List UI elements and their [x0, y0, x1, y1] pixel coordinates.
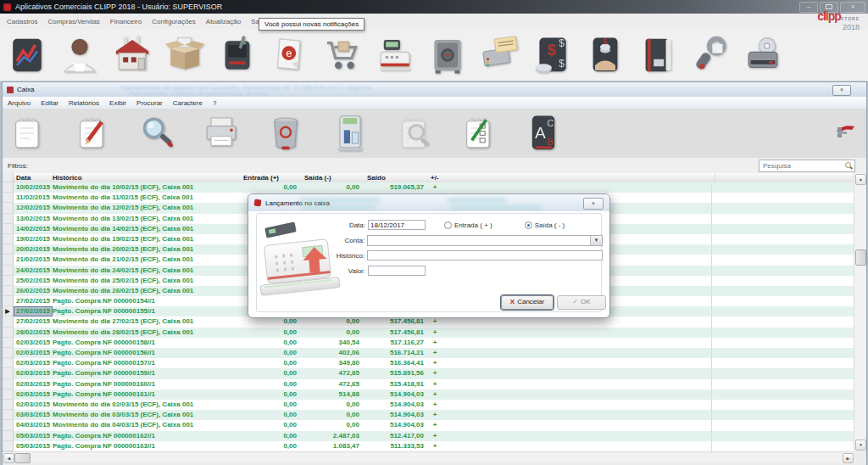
cell-historico[interactable]: Pagto. Compra NF 000000155//1	[53, 306, 239, 317]
cell-historico[interactable]: Movimento do dia 14/02/15 (ECF), Caixa 0…	[53, 224, 239, 234]
cell-saldo[interactable]: 514.904,03	[363, 410, 427, 420]
cell-saida[interactable]: 472,85	[300, 368, 363, 378]
cell-saldo[interactable]: 515.418,91	[363, 379, 427, 389]
table-row[interactable]: 27/02/2015Movimento do dia 27/02/15 (ECF…	[3, 317, 854, 327]
scroll-left-button[interactable]: ◀	[3, 453, 14, 463]
cell-entrada[interactable]: 0,00	[239, 368, 300, 378]
cell-data[interactable]: 27/02/2015	[14, 306, 53, 317]
view-record-icon[interactable]	[136, 113, 177, 154]
cell-historico[interactable]: Movimento do dia 28/02/15 (ECF), Caixa 0…	[53, 328, 239, 338]
cell-filler[interactable]	[712, 276, 854, 286]
caixa-menu-item-caractere[interactable]: Caractere	[168, 99, 208, 107]
table-row[interactable]: 10/02/2015Movimento do dia 10/02/15 (ECF…	[3, 182, 854, 193]
entrada-radio[interactable]: Entrada ( + )	[444, 221, 492, 229]
cell-data[interactable]: 13/02/2015	[14, 214, 53, 224]
cell-historico[interactable]: Movimento do dia 03/03/15 (ECF), Caixa 0…	[53, 410, 239, 420]
cell-filler[interactable]	[712, 203, 854, 213]
row-selector-cell[interactable]	[3, 286, 14, 296]
cell-filler[interactable]	[712, 317, 854, 327]
nfe-document-icon[interactable]: e	[270, 35, 310, 76]
cell-historico[interactable]: Movimento do dia 24/02/15 (ECF), Caixa 0…	[53, 266, 239, 276]
caixa-menu-item-relatrios[interactable]: Relatórios	[64, 99, 104, 107]
cell-historico[interactable]: Movimento do dia 27/02/15 (ECF), Caixa 0…	[53, 317, 239, 327]
table-row[interactable]: 05/03/2015Pagto. Compra NF 000000163//10…	[3, 441, 854, 451]
saida-radio[interactable]: Saída ( - )	[525, 221, 565, 229]
vertical-scroll-thumb[interactable]	[855, 249, 866, 266]
column-header-saida[interactable]: Saída (-)	[300, 173, 363, 182]
cell-saldo[interactable]: 516.364,41	[363, 358, 427, 368]
saida-radio-dot[interactable]	[525, 221, 532, 229]
new-record-icon[interactable]	[8, 113, 48, 154]
cell-spacer[interactable]	[442, 328, 712, 338]
character-format-icon[interactable]: ACB	[523, 113, 564, 154]
cell-data[interactable]: 02/03/2015	[14, 389, 53, 400]
cell-sign[interactable]: +	[427, 400, 442, 410]
cell-filler[interactable]	[712, 379, 854, 389]
cell-historico[interactable]: Pagto. Compra NF 000000162//1	[53, 431, 239, 441]
cell-sign[interactable]: +	[427, 431, 442, 441]
cell-data[interactable]: 02/03/2015	[14, 358, 53, 368]
row-selector-cell[interactable]	[3, 389, 14, 400]
table-row[interactable]: 02/03/2015Pagto. Compra NF 000000159//10…	[3, 368, 854, 378]
stats-chart-icon[interactable]	[7, 35, 47, 76]
cell-data[interactable]: 02/03/2015	[14, 379, 53, 389]
cell-entrada[interactable]: 0,00	[239, 358, 300, 368]
cell-saida[interactable]: 0,00	[300, 317, 363, 327]
cell-sign[interactable]: +	[427, 348, 442, 358]
cell-historico[interactable]: Pagto. Compra NF 000000158//1	[53, 338, 239, 348]
cell-filler[interactable]	[712, 306, 854, 317]
cell-historico[interactable]: Pagto. Compra NF 000000163//1	[53, 441, 239, 451]
row-selector-cell[interactable]	[3, 400, 14, 410]
scroll-down-button[interactable]: ▼	[855, 440, 866, 451]
cell-saldo[interactable]: 516.714,21	[363, 348, 427, 358]
cell-spacer[interactable]	[442, 420, 712, 430]
cell-data[interactable]: 28/02/2015	[14, 328, 53, 338]
cell-saldo[interactable]: 514.904,03	[363, 389, 427, 400]
cell-historico[interactable]: Movimento do dia 13/02/15 (ECF), Caixa 0…	[53, 214, 239, 224]
cell-filler[interactable]	[712, 286, 854, 296]
cell-entrada[interactable]: 0,00	[239, 379, 300, 389]
cell-historico[interactable]: Movimento do dia 19/02/15 (ECF), Caixa 0…	[53, 234, 239, 244]
cell-data[interactable]: 14/02/2015	[14, 224, 53, 234]
cell-filler[interactable]	[712, 400, 854, 410]
company-icon[interactable]	[112, 35, 153, 76]
cell-saldo[interactable]: 512.417,00	[363, 431, 427, 441]
cell-saida[interactable]: 0,00	[300, 410, 363, 420]
cell-data[interactable]: 27/02/2015	[14, 317, 53, 327]
cell-saida[interactable]: 402,06	[300, 348, 363, 358]
caixa-menu-item-arquivo[interactable]: Arquivo	[3, 99, 36, 107]
cell-spacer[interactable]	[442, 368, 712, 378]
cell-filler[interactable]	[712, 266, 854, 276]
scroll-right-button[interactable]: ▶	[843, 453, 854, 463]
receivables-icon[interactable]: $	[585, 35, 626, 76]
cell-data[interactable]: 04/03/2015	[14, 420, 53, 430]
column-header-saldo[interactable]: Saldo	[363, 173, 427, 182]
purchases-cart-icon[interactable]	[322, 35, 363, 76]
column-header-sign[interactable]: +/-	[427, 173, 446, 182]
print-icon[interactable]	[201, 113, 242, 154]
cell-entrada[interactable]: 0,00	[239, 328, 300, 338]
cell-filler[interactable]	[712, 441, 854, 451]
row-selector-cell[interactable]	[3, 338, 14, 348]
products-icon[interactable]	[164, 35, 205, 76]
clients-icon[interactable]	[59, 35, 100, 76]
cell-entrada[interactable]: 0,00	[239, 182, 300, 193]
table-row[interactable]: 28/02/2015Movimento do dia 28/02/15 (ECF…	[3, 328, 854, 338]
menu-item-financeiro[interactable]: Financeiro	[105, 18, 147, 25]
cell-data[interactable]: 05/03/2015	[14, 431, 53, 441]
caixa-menu-item-procurar[interactable]: Procurar	[131, 99, 168, 107]
cell-filler[interactable]	[712, 234, 854, 244]
cell-sign[interactable]: +	[427, 328, 442, 338]
tools-wrench-icon[interactable]	[690, 35, 731, 76]
cell-spacer[interactable]	[442, 348, 712, 358]
cell-historico[interactable]: Pagto. Compra NF 000000159//1	[53, 368, 239, 378]
table-row[interactable]: 02/03/2015Movimento do dia 02/03/15 (ECF…	[3, 400, 854, 410]
search-icon[interactable]	[844, 161, 853, 170]
conta-combobox[interactable]: ▼	[367, 235, 603, 246]
cell-spacer[interactable]	[442, 358, 712, 368]
row-selector-cell[interactable]	[3, 328, 14, 338]
row-selector-cell[interactable]	[3, 224, 14, 234]
cell-data[interactable]: 19/02/2015	[14, 234, 53, 244]
pos-terminal-icon[interactable]	[217, 35, 258, 76]
cell-historico[interactable]: Movimento do dia 12/02/15 (ECF), Caixa 0…	[53, 203, 239, 213]
